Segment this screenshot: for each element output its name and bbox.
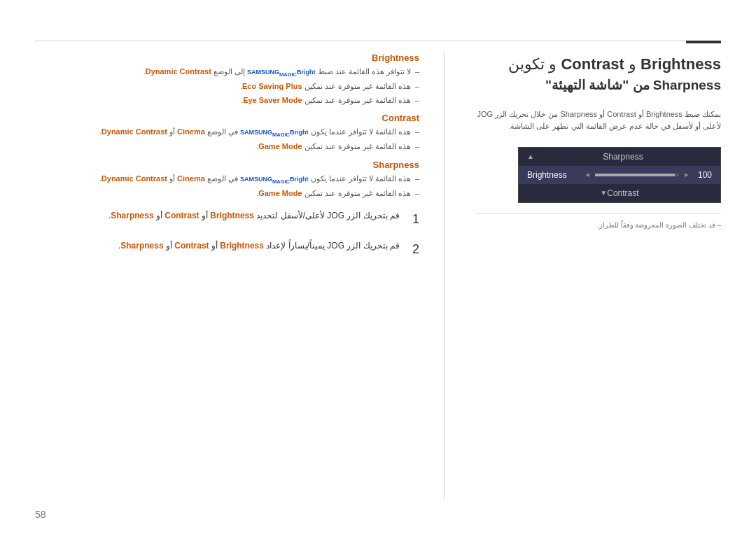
title-brightness: Brightness xyxy=(640,55,721,73)
osd-header-label: Sharpness xyxy=(603,152,643,162)
title-arabic-main: تكوين xyxy=(508,55,545,73)
page-number: 58 xyxy=(35,509,46,520)
dynamic-contrast-ref-2: Dynamic Contrast xyxy=(102,127,167,136)
contrast-title: Contrast xyxy=(35,113,419,123)
title-line2: Sharpness من "شاشة التهيئة" xyxy=(476,76,721,96)
cinema-ref-2: Cinema xyxy=(177,174,205,183)
samsung-magic-bright-3: SAMSUNGMAGICBright xyxy=(240,176,309,183)
title-arabic-sub: من "شاشة التهيئة" xyxy=(545,78,650,92)
contrast-line-2: – هذه القائمة غير متوفرة عند تمكين Game … xyxy=(35,141,419,153)
contrast-line-1: – هذه القائمة لا تتوافر عندما يكون SAMSU… xyxy=(35,126,419,139)
osd-active-label: Brightness xyxy=(527,170,567,180)
sharpness-section: Sharpness – هذه القائمة لا تتوافر عندما … xyxy=(35,160,419,199)
osd-active-row: Brightness ◄ ► 100 xyxy=(519,166,720,184)
step2-brightness: Brightness xyxy=(220,241,264,251)
contrast-section: Contrast – هذه القائمة لا تتوافر عندما ي… xyxy=(35,113,419,153)
title-connector2: و xyxy=(549,55,556,73)
cinema-ref-1: Cinema xyxy=(177,127,205,136)
samsung-magic-bright-2: SAMSUNGMAGICBright xyxy=(240,129,309,136)
dynamic-contrast-ref-3: Dynamic Contrast xyxy=(102,174,167,183)
osd-panel: ▲ Sharpness Brightness ◄ ► 100 xyxy=(518,147,721,203)
top-divider xyxy=(35,41,721,41)
title-line1: Brightness و Contrast و تكوين xyxy=(476,52,721,76)
osd-slider xyxy=(595,174,679,176)
osd-value: 100 xyxy=(694,170,712,180)
chevron-down-icon: ▼ xyxy=(600,189,607,197)
left-section: Brightness – لا تتوافر هذه القائمة عند ض… xyxy=(35,52,433,499)
sharpness-line-2: – هذه القائمة غير متوفرة عند تمكين Game … xyxy=(35,188,419,199)
step-2: 2 قم بتحريك الزر JOG يميناً/يساراً لإعدا… xyxy=(35,239,419,260)
osd-arrow-left-icon: ◄ xyxy=(584,171,591,178)
dash-icon: – xyxy=(415,66,419,78)
step1-brightness: Brightness xyxy=(210,211,254,220)
dash-icon: – xyxy=(415,141,419,153)
samsung-magic-bright-1: SAMSUNGMAGICBright xyxy=(247,69,316,76)
eye-saver-mode-ref: Eye Saver Mode xyxy=(243,96,302,104)
footnote-text: – قد تختلف الصورة المعروضة وفقاً للطراز. xyxy=(476,213,721,229)
eco-saving-plus-ref: Eco Saving Plus xyxy=(242,82,302,90)
step2-contrast: Contrast xyxy=(174,241,209,251)
step-1-number: 1 xyxy=(405,209,419,230)
numbered-steps: 1 قم بتحريك الزر JOG لأعلى/لأسفل لتحديد … xyxy=(35,209,419,260)
step-2-number: 2 xyxy=(405,239,419,260)
section-divider xyxy=(444,52,444,499)
step-1: 1 قم بتحريك الزر JOG لأعلى/لأسفل لتحديد … xyxy=(35,209,419,230)
osd-footer-row: ▼ Contrast xyxy=(519,184,720,202)
dash-icon: – xyxy=(415,173,419,185)
right-accent-bar xyxy=(686,41,721,43)
brightness-line-3: – هذه القائمة غير متوفرة عند تمكين Eye S… xyxy=(35,94,419,106)
dash-icon: – xyxy=(415,80,419,92)
osd-slider-fill xyxy=(595,174,675,176)
dash-icon: – xyxy=(415,188,419,199)
osd-footer-label: Contrast xyxy=(607,188,638,198)
osd-slider-container: ◄ ► 100 xyxy=(567,170,712,180)
game-mode-ref-2: Game Mode xyxy=(258,189,302,197)
subtitle-text: يمكنك ضبط Brightness أو Contrast أو Shar… xyxy=(476,108,721,133)
page-container: Brightness و Contrast و تكوين Sharpness … xyxy=(0,0,756,534)
dash-icon: – xyxy=(415,94,419,106)
step1-contrast: Contrast xyxy=(164,211,199,220)
step2-sharpness: Sharpness xyxy=(120,241,163,251)
right-section: Brightness و Contrast و تكوين Sharpness … xyxy=(455,52,721,499)
sharpness-line-1: – هذه القائمة لا تتوافر عندما يكون SAMSU… xyxy=(35,173,419,185)
page-title: Brightness و Contrast و تكوين Sharpness … xyxy=(476,52,721,96)
title-connector1: و xyxy=(629,55,636,73)
osd-arrow-right-icon: ► xyxy=(683,171,690,178)
brightness-section: Brightness – لا تتوافر هذه القائمة عند ض… xyxy=(35,52,419,106)
brightness-line-1: – لا تتوافر هذه القائمة عند ضبط SAMSUNGM… xyxy=(35,66,419,78)
title-contrast: Contrast xyxy=(561,55,624,73)
dynamic-contrast-ref-1: Dynamic Contrast xyxy=(146,67,211,76)
brightness-line-2: – هذه القائمة غير متوفرة عند تمكين Eco S… xyxy=(35,80,419,92)
dash-icon: – xyxy=(415,126,419,138)
osd-header-row: ▲ Sharpness xyxy=(519,148,720,166)
game-mode-ref-1: Game Mode xyxy=(258,142,302,150)
sharpness-title: Sharpness xyxy=(35,160,419,170)
step1-sharpness: Sharpness xyxy=(111,211,153,220)
chevron-up-icon: ▲ xyxy=(527,153,534,160)
title-sharpness: Sharpness xyxy=(653,78,721,92)
brightness-title: Brightness xyxy=(35,52,419,63)
main-layout: Brightness و Contrast و تكوين Sharpness … xyxy=(35,52,721,499)
